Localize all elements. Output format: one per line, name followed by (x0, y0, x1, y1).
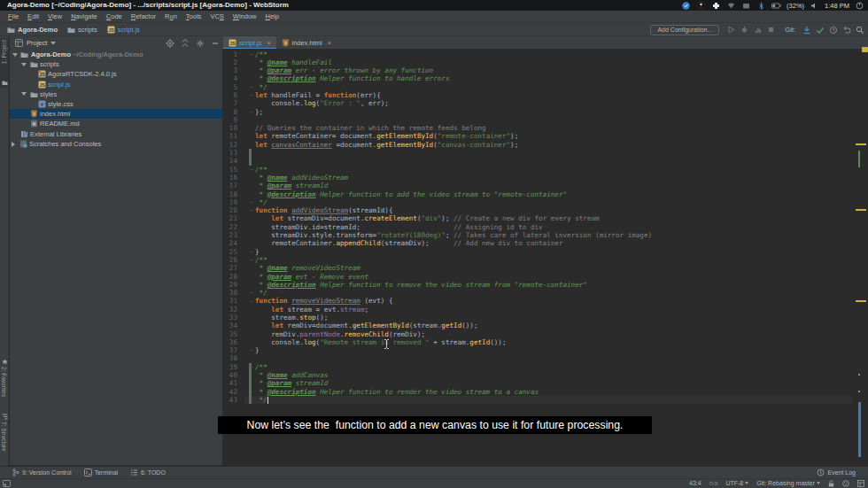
inspection-indicator[interactable] (862, 47, 868, 52)
stop-icon[interactable] (766, 25, 776, 35)
editor-gutter[interactable]: 1234567891011121314151617181920212223242… (223, 50, 237, 405)
tree-expanded-arrow-icon[interactable] (21, 63, 27, 66)
editor-tab-script.js[interactable]: JSscript.js× (223, 36, 276, 50)
close-tab-icon[interactable]: × (328, 40, 331, 46)
folder-file-icon (20, 50, 28, 58)
svg-text:JS: JS (108, 27, 114, 33)
event-log-button[interactable]: Event Log (817, 466, 856, 478)
tray-power-icon[interactable] (855, 1, 864, 11)
tree-item-agora-demo[interactable]: Agora-Demo ~/Coding/Agora-Demo (10, 50, 222, 59)
status-widgets: 43:4 n/a UTF-8 Git: Rebasing master (689, 478, 864, 488)
menu-navigate[interactable]: Navigate (66, 12, 102, 20)
menu-help[interactable]: Help (261, 12, 283, 20)
menu-run[interactable]: Run (160, 12, 182, 20)
caret-position-widget[interactable]: 43:4 (689, 480, 701, 486)
menu-bar: FileEditViewNavigateCodeRefactorRunTools… (0, 11, 868, 23)
menu-view[interactable]: View (43, 12, 66, 20)
tree-item-script.js[interactable]: JSscript.js (10, 80, 222, 89)
menu-refactor[interactable]: Refactor (127, 12, 160, 20)
svg-text:JS: JS (229, 41, 236, 46)
tree-item-agorartcsdk-2.4.0.js[interactable]: JSAgoraRTCSDK-2.4.0.js (10, 69, 222, 79)
tray-extension-icon[interactable] (711, 1, 721, 11)
tray-bluetooth-icon[interactable] (756, 1, 766, 11)
vcs-update-icon[interactable] (802, 25, 811, 35)
tree-item-scratches-and-consoles[interactable]: Scratches and Consoles (10, 139, 222, 149)
sidebar-tab-favorites[interactable]: 2: Favorites (0, 358, 9, 409)
tree-item-style.css[interactable]: #style.css (10, 99, 222, 109)
code-text[interactable]: /** * @name handleFail * @param err - er… (255, 50, 652, 405)
history-icon[interactable] (828, 25, 838, 35)
toolwindow-button-9-version-control[interactable]: 9: Version Control (12, 469, 72, 476)
breadcrumb-scripts[interactable]: scripts (67, 26, 97, 34)
mouse-ibeam-cursor (384, 339, 390, 349)
project-panel-title[interactable]: Project (27, 39, 47, 47)
search-everywhere-icon[interactable] (855, 25, 864, 35)
menu-file[interactable]: File (4, 12, 23, 20)
tree-expanded-arrow-icon[interactable] (21, 92, 27, 96)
menu-vcs[interactable]: VCS (205, 12, 228, 20)
css-file-icon: # (38, 100, 46, 108)
menu-code[interactable]: Code (102, 12, 127, 20)
git-branch-widget[interactable]: Git: Rebasing master (756, 480, 820, 486)
subtitle-overlay: Now let’s see the function to add a new … (218, 416, 652, 434)
git-toolbar-label: Git: (785, 26, 795, 34)
tray-network-icon[interactable] (726, 1, 736, 11)
tree-item-scripts[interactable]: scripts (10, 59, 222, 69)
breadcrumb-agora-demo[interactable]: Agora-Demo (7, 26, 58, 34)
hide-panel-icon[interactable] (210, 38, 220, 48)
sidebar-tab-structure[interactable]: 7: Structure (0, 413, 9, 464)
editor-tab-bar: JSscript.js×5index.html× (223, 36, 868, 50)
editor-tab-index.html[interactable]: 5index.html× (276, 36, 337, 50)
breadcrumb-script.js[interactable]: JSscript.js (107, 26, 140, 34)
menu-tools[interactable]: Tools (182, 12, 206, 20)
sidebar-tab-project[interactable]: 1: Project (0, 38, 9, 88)
subtitle-text: Now let’s see the function to add a new … (247, 419, 624, 431)
tray-clock[interactable]: 1:48 PM (825, 2, 849, 10)
menu-window[interactable]: Window (229, 12, 261, 20)
run-icon[interactable] (726, 25, 736, 35)
jslib-file-icon: JS (38, 70, 46, 78)
add-configuration-button[interactable]: Add Configuration... (650, 25, 719, 35)
tree-item-index.html[interactable]: 5index.html (10, 109, 222, 119)
toolwindow-button-6-todo[interactable]: 6: TODO (130, 469, 166, 476)
chevron-down-icon (50, 42, 56, 45)
tree-collapsed-arrow-icon[interactable] (12, 142, 15, 147)
html-file-icon: 5 (30, 110, 38, 118)
locate-file-icon[interactable] (165, 38, 174, 48)
close-tab-icon[interactable]: × (267, 40, 270, 46)
toolwindow-toggle-icon[interactable] (3, 480, 11, 487)
run-coverage-icon[interactable] (753, 25, 763, 35)
tray-keyboard-icon[interactable] (741, 1, 751, 11)
line-separator-widget[interactable]: n/a (709, 480, 718, 486)
structure-icon (2, 414, 8, 420)
gear-icon[interactable] (195, 38, 205, 48)
toolwindow-button-terminal[interactable]: Terminal (84, 469, 118, 476)
scratch-file-icon (19, 140, 27, 148)
reader-mode-icon[interactable] (857, 480, 864, 487)
tree-item-external-libraries[interactable]: External Libraries (10, 129, 222, 139)
tray-volume-icon[interactable] (810, 1, 819, 11)
event-log-icon (817, 469, 825, 476)
tray-battery-percent: (32%) (787, 2, 804, 10)
hector-inspector-icon[interactable] (842, 480, 849, 487)
write-access-lock-icon[interactable] (828, 480, 834, 487)
collapse-all-icon[interactable] (180, 38, 190, 48)
project-stripe-icon (2, 80, 8, 86)
text-caret (267, 397, 268, 404)
encoding-widget[interactable]: UTF-8 (725, 480, 748, 486)
tree-item-readme.md[interactable]: MREADME.md (10, 119, 222, 128)
menu-edit[interactable]: Edit (23, 12, 43, 20)
debug-icon[interactable] (740, 25, 749, 35)
tree-item-styles[interactable]: styles (10, 89, 222, 99)
project-panel-icon (15, 39, 23, 47)
extlib-file-icon (20, 130, 28, 138)
js-file-icon: JS (38, 81, 46, 89)
tray-obs-icon[interactable] (696, 1, 706, 11)
tree-expanded-arrow-icon[interactable] (12, 53, 18, 57)
tray-battery-icon[interactable] (771, 1, 781, 11)
rollback-icon[interactable] (841, 25, 851, 35)
vcs-commit-icon[interactable] (815, 25, 825, 35)
star-icon (2, 359, 8, 365)
folder-file-icon (30, 60, 38, 68)
tray-app-blue-icon[interactable] (681, 1, 691, 11)
